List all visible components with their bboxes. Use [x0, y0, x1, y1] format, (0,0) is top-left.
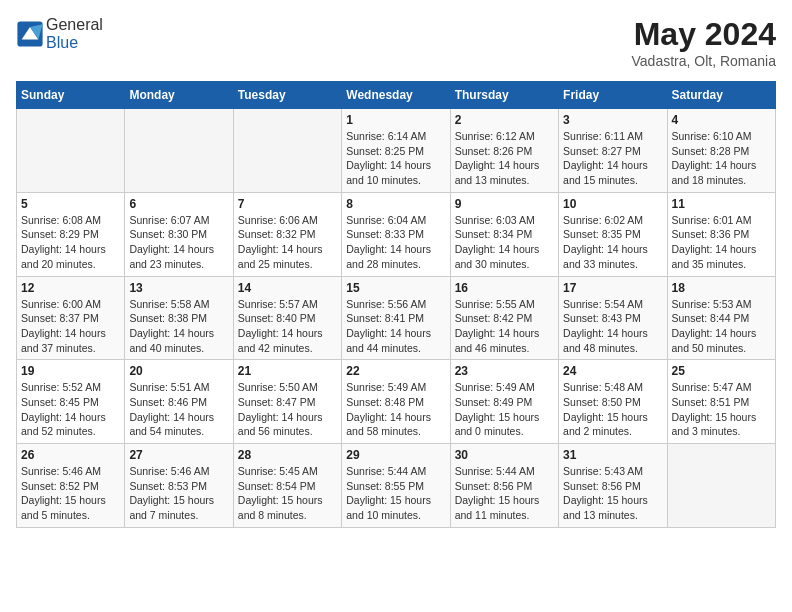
calendar-cell: 16Sunrise: 5:55 AMSunset: 8:42 PMDayligh… [450, 276, 558, 360]
calendar-week-row: 5Sunrise: 6:08 AMSunset: 8:29 PMDaylight… [17, 192, 776, 276]
day-info: Sunrise: 6:04 AMSunset: 8:33 PMDaylight:… [346, 213, 445, 272]
day-number: 7 [238, 197, 337, 211]
calendar-cell: 7Sunrise: 6:06 AMSunset: 8:32 PMDaylight… [233, 192, 341, 276]
day-number: 30 [455, 448, 554, 462]
day-info: Sunrise: 5:44 AMSunset: 8:55 PMDaylight:… [346, 464, 445, 523]
day-number: 15 [346, 281, 445, 295]
calendar-week-row: 12Sunrise: 6:00 AMSunset: 8:37 PMDayligh… [17, 276, 776, 360]
logo-blue-text: Blue [46, 34, 78, 51]
day-info: Sunrise: 5:46 AMSunset: 8:52 PMDaylight:… [21, 464, 120, 523]
day-number: 10 [563, 197, 662, 211]
day-info: Sunrise: 6:01 AMSunset: 8:36 PMDaylight:… [672, 213, 771, 272]
calendar-cell: 9Sunrise: 6:03 AMSunset: 8:34 PMDaylight… [450, 192, 558, 276]
day-number: 13 [129, 281, 228, 295]
day-info: Sunrise: 5:51 AMSunset: 8:46 PMDaylight:… [129, 380, 228, 439]
day-info: Sunrise: 5:46 AMSunset: 8:53 PMDaylight:… [129, 464, 228, 523]
day-info: Sunrise: 5:47 AMSunset: 8:51 PMDaylight:… [672, 380, 771, 439]
calendar-cell: 12Sunrise: 6:00 AMSunset: 8:37 PMDayligh… [17, 276, 125, 360]
weekday-header: Saturday [667, 82, 775, 109]
day-info: Sunrise: 5:45 AMSunset: 8:54 PMDaylight:… [238, 464, 337, 523]
calendar-cell: 28Sunrise: 5:45 AMSunset: 8:54 PMDayligh… [233, 444, 341, 528]
calendar-cell: 31Sunrise: 5:43 AMSunset: 8:56 PMDayligh… [559, 444, 667, 528]
page-header: General Blue May 2024 Vadastra, Olt, Rom… [16, 16, 776, 69]
calendar-week-row: 19Sunrise: 5:52 AMSunset: 8:45 PMDayligh… [17, 360, 776, 444]
weekday-header-row: SundayMondayTuesdayWednesdayThursdayFrid… [17, 82, 776, 109]
calendar-cell: 6Sunrise: 6:07 AMSunset: 8:30 PMDaylight… [125, 192, 233, 276]
day-info: Sunrise: 6:03 AMSunset: 8:34 PMDaylight:… [455, 213, 554, 272]
calendar-cell: 8Sunrise: 6:04 AMSunset: 8:33 PMDaylight… [342, 192, 450, 276]
day-number: 23 [455, 364, 554, 378]
calendar-cell: 3Sunrise: 6:11 AMSunset: 8:27 PMDaylight… [559, 109, 667, 193]
day-info: Sunrise: 5:48 AMSunset: 8:50 PMDaylight:… [563, 380, 662, 439]
calendar-cell: 26Sunrise: 5:46 AMSunset: 8:52 PMDayligh… [17, 444, 125, 528]
calendar-cell: 10Sunrise: 6:02 AMSunset: 8:35 PMDayligh… [559, 192, 667, 276]
calendar-cell: 11Sunrise: 6:01 AMSunset: 8:36 PMDayligh… [667, 192, 775, 276]
day-info: Sunrise: 6:11 AMSunset: 8:27 PMDaylight:… [563, 129, 662, 188]
month-year: May 2024 [632, 16, 776, 53]
day-number: 9 [455, 197, 554, 211]
calendar-cell: 13Sunrise: 5:58 AMSunset: 8:38 PMDayligh… [125, 276, 233, 360]
day-number: 16 [455, 281, 554, 295]
day-info: Sunrise: 5:58 AMSunset: 8:38 PMDaylight:… [129, 297, 228, 356]
day-info: Sunrise: 5:49 AMSunset: 8:49 PMDaylight:… [455, 380, 554, 439]
calendar-cell: 25Sunrise: 5:47 AMSunset: 8:51 PMDayligh… [667, 360, 775, 444]
weekday-header: Tuesday [233, 82, 341, 109]
day-number: 21 [238, 364, 337, 378]
location: Vadastra, Olt, Romania [632, 53, 776, 69]
calendar-cell: 21Sunrise: 5:50 AMSunset: 8:47 PMDayligh… [233, 360, 341, 444]
calendar-week-row: 1Sunrise: 6:14 AMSunset: 8:25 PMDaylight… [17, 109, 776, 193]
day-number: 27 [129, 448, 228, 462]
calendar-cell: 30Sunrise: 5:44 AMSunset: 8:56 PMDayligh… [450, 444, 558, 528]
day-number: 17 [563, 281, 662, 295]
day-info: Sunrise: 6:02 AMSunset: 8:35 PMDaylight:… [563, 213, 662, 272]
day-info: Sunrise: 5:49 AMSunset: 8:48 PMDaylight:… [346, 380, 445, 439]
title-block: May 2024 Vadastra, Olt, Romania [632, 16, 776, 69]
day-number: 4 [672, 113, 771, 127]
day-info: Sunrise: 5:57 AMSunset: 8:40 PMDaylight:… [238, 297, 337, 356]
logo-general-text: General [46, 16, 103, 33]
day-info: Sunrise: 6:12 AMSunset: 8:26 PMDaylight:… [455, 129, 554, 188]
calendar-cell [17, 109, 125, 193]
calendar-week-row: 26Sunrise: 5:46 AMSunset: 8:52 PMDayligh… [17, 444, 776, 528]
day-number: 29 [346, 448, 445, 462]
day-number: 11 [672, 197, 771, 211]
logo-icon [16, 20, 44, 48]
day-number: 6 [129, 197, 228, 211]
weekday-header: Monday [125, 82, 233, 109]
calendar-table: SundayMondayTuesdayWednesdayThursdayFrid… [16, 81, 776, 528]
day-info: Sunrise: 5:53 AMSunset: 8:44 PMDaylight:… [672, 297, 771, 356]
calendar-cell: 27Sunrise: 5:46 AMSunset: 8:53 PMDayligh… [125, 444, 233, 528]
day-number: 2 [455, 113, 554, 127]
calendar-cell [125, 109, 233, 193]
day-number: 20 [129, 364, 228, 378]
calendar-cell: 1Sunrise: 6:14 AMSunset: 8:25 PMDaylight… [342, 109, 450, 193]
day-number: 31 [563, 448, 662, 462]
calendar-cell: 4Sunrise: 6:10 AMSunset: 8:28 PMDaylight… [667, 109, 775, 193]
day-info: Sunrise: 5:52 AMSunset: 8:45 PMDaylight:… [21, 380, 120, 439]
calendar-cell: 17Sunrise: 5:54 AMSunset: 8:43 PMDayligh… [559, 276, 667, 360]
calendar-cell: 14Sunrise: 5:57 AMSunset: 8:40 PMDayligh… [233, 276, 341, 360]
day-number: 25 [672, 364, 771, 378]
day-number: 8 [346, 197, 445, 211]
day-number: 3 [563, 113, 662, 127]
day-number: 18 [672, 281, 771, 295]
day-number: 22 [346, 364, 445, 378]
calendar-cell: 5Sunrise: 6:08 AMSunset: 8:29 PMDaylight… [17, 192, 125, 276]
day-info: Sunrise: 5:50 AMSunset: 8:47 PMDaylight:… [238, 380, 337, 439]
calendar-cell: 2Sunrise: 6:12 AMSunset: 8:26 PMDaylight… [450, 109, 558, 193]
calendar-cell: 24Sunrise: 5:48 AMSunset: 8:50 PMDayligh… [559, 360, 667, 444]
day-info: Sunrise: 5:56 AMSunset: 8:41 PMDaylight:… [346, 297, 445, 356]
day-number: 14 [238, 281, 337, 295]
day-info: Sunrise: 5:43 AMSunset: 8:56 PMDaylight:… [563, 464, 662, 523]
weekday-header: Thursday [450, 82, 558, 109]
day-number: 24 [563, 364, 662, 378]
day-number: 19 [21, 364, 120, 378]
day-info: Sunrise: 5:55 AMSunset: 8:42 PMDaylight:… [455, 297, 554, 356]
calendar-cell: 29Sunrise: 5:44 AMSunset: 8:55 PMDayligh… [342, 444, 450, 528]
day-info: Sunrise: 6:06 AMSunset: 8:32 PMDaylight:… [238, 213, 337, 272]
logo: General Blue [16, 16, 103, 52]
day-number: 5 [21, 197, 120, 211]
calendar-cell: 22Sunrise: 5:49 AMSunset: 8:48 PMDayligh… [342, 360, 450, 444]
day-info: Sunrise: 6:10 AMSunset: 8:28 PMDaylight:… [672, 129, 771, 188]
day-info: Sunrise: 5:44 AMSunset: 8:56 PMDaylight:… [455, 464, 554, 523]
